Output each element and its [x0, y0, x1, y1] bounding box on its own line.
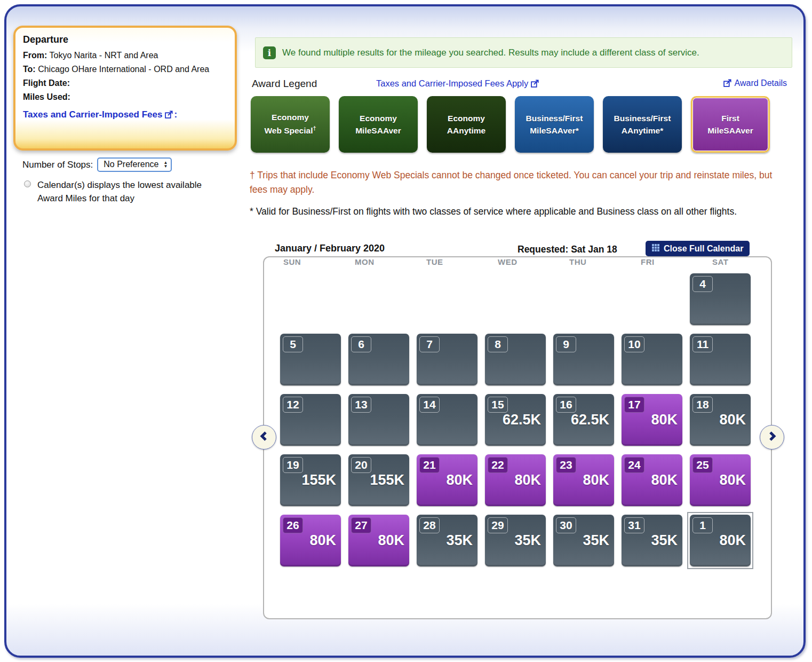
- calendar-day-jan-13[interactable]: 13: [348, 394, 409, 446]
- award-calendar-panel: SUN MON TUE WED THU FRI SAT 4 5 6 7: [263, 256, 772, 619]
- calendar-day-jan-6[interactable]: 6: [348, 334, 409, 385]
- calendar-grid-icon: [652, 244, 659, 254]
- chevron-left-icon: [259, 431, 269, 444]
- external-link-icon: [165, 111, 173, 121]
- day-price: 62.5K: [503, 412, 541, 428]
- to-line: To: Chicago OHare International - ORD an…: [23, 64, 227, 75]
- calendar-day-jan-12[interactable]: 12: [280, 394, 341, 446]
- day-number: 5: [283, 336, 303, 352]
- calendar-day-jan-9[interactable]: 9: [553, 334, 614, 385]
- weekday-wed: WED: [495, 257, 559, 266]
- award-legend-buttons: Economy Web Special† Economy MileSAAver …: [251, 96, 770, 153]
- fees-apply-link[interactable]: Taxes and Carrier-Imposed Fees Apply: [376, 78, 540, 90]
- day-number: 10: [624, 336, 644, 352]
- day-number: 17: [624, 397, 644, 413]
- page-frame: Departure From: Tokyo Narita - NRT and A…: [4, 4, 806, 658]
- calendar-day-jan-21[interactable]: 2180K: [417, 454, 477, 506]
- calendar-day-jan-31[interactable]: 3135K: [622, 515, 682, 566]
- day-price: 35K: [514, 532, 541, 549]
- calendar-day-jan-16[interactable]: 1662.5K: [553, 394, 614, 446]
- day-number: 30: [556, 517, 576, 533]
- to-value: Chicago OHare International - ORD and Ar…: [38, 65, 209, 74]
- calendar-day-jan-8[interactable]: 8: [485, 334, 546, 385]
- calendar-day-jan-14[interactable]: 14: [417, 394, 477, 446]
- close-full-calendar-button[interactable]: Close Full Calendar: [646, 241, 750, 256]
- day-number: 18: [692, 397, 713, 413]
- flight-date-label: Flight Date:: [23, 77, 227, 89]
- legend-business-first-aanytime-button[interactable]: Business/First AAnytime*: [603, 96, 682, 153]
- award-legend-header: Award Legend Taxes and Carrier-Imposed F…: [252, 77, 787, 92]
- from-value: Tokyo Narita - NRT and Area: [49, 51, 158, 60]
- banner-text: We found multiple results for the mileag…: [282, 48, 699, 58]
- stops-label: Number of Stops:: [22, 160, 93, 170]
- day-number: 26: [283, 517, 303, 533]
- day-number: 22: [488, 457, 508, 473]
- number-of-stops-row: Number of Stops: No Preference ▲ ▼: [22, 157, 172, 172]
- day-number: 4: [692, 276, 713, 292]
- calendar-day-jan-28[interactable]: 2835K: [417, 515, 477, 566]
- calendar-day-jan-15[interactable]: 1562.5K: [485, 394, 546, 446]
- calendar-day-jan-22[interactable]: 2280K: [485, 454, 546, 506]
- calendar-week-row: 19155K 20155K 2180K 2280K 2380K 2480K 25…: [280, 454, 751, 506]
- calendar-note-row: Calendar(s) displays the lowest availabl…: [24, 178, 205, 205]
- next-week-arrow-button[interactable]: [760, 425, 784, 450]
- previous-week-arrow-button[interactable]: [252, 425, 276, 450]
- day-number: 19: [283, 457, 303, 473]
- departure-title: Departure: [23, 34, 227, 45]
- award-details-link[interactable]: Award Details: [723, 78, 787, 89]
- day-number: 11: [692, 336, 713, 352]
- day-number: 1: [692, 517, 713, 533]
- day-price: 155K: [370, 472, 404, 488]
- legend-economy-aanytime-button[interactable]: Economy AAnytime: [427, 96, 506, 153]
- day-number: 6: [351, 336, 371, 352]
- calendar-day-jan-20[interactable]: 20155K: [348, 454, 409, 506]
- day-price: 80K: [378, 532, 404, 549]
- weekday-tue: TUE: [423, 257, 487, 266]
- day-number: 20: [351, 457, 371, 473]
- calendar-day-jan-27[interactable]: 2780K: [348, 515, 409, 566]
- day-number: 31: [624, 517, 644, 533]
- calendar-day-jan-29[interactable]: 2935K: [485, 515, 546, 566]
- calendar-week-row: 5 6 7 8 9 10 11: [280, 334, 751, 385]
- legend-economy-web-special-button[interactable]: Economy Web Special†: [251, 96, 330, 153]
- legend-first-milesaaver-button[interactable]: First MileSAAver: [691, 96, 770, 153]
- day-number: 16: [556, 397, 576, 413]
- day-number: 21: [419, 457, 440, 473]
- calendar-day-jan-11[interactable]: 11: [690, 334, 751, 385]
- day-number: 27: [351, 517, 371, 533]
- day-price: 155K: [301, 472, 336, 488]
- next-month-day-frame: 180K: [687, 512, 753, 569]
- calendar-day-jan-23[interactable]: 2380K: [553, 454, 614, 506]
- calendar-day-jan-30[interactable]: 3035K: [553, 515, 614, 566]
- stops-select[interactable]: No Preference ▲ ▼: [97, 157, 172, 172]
- external-link-icon: [531, 80, 539, 90]
- calendar-day-jan-4[interactable]: 4: [690, 273, 751, 325]
- calendar-day-jan-17[interactable]: 1780K: [622, 394, 682, 446]
- day-number: 14: [419, 397, 440, 413]
- stops-selected-value: No Preference: [104, 160, 158, 169]
- day-number: 12: [283, 397, 303, 413]
- calendar-day-jan-19[interactable]: 19155K: [280, 454, 341, 506]
- calendar-day-feb-1[interactable]: 180K: [690, 515, 751, 566]
- day-number: 25: [692, 457, 713, 473]
- day-number: 24: [624, 457, 644, 473]
- calendar-day-jan-24[interactable]: 2480K: [622, 454, 682, 506]
- calendar-note-radio[interactable]: [24, 180, 31, 187]
- from-line: From: Tokyo Narita - NRT and Area: [23, 50, 227, 61]
- day-number: 23: [556, 457, 576, 473]
- calendar-day-jan-5[interactable]: 5: [280, 334, 341, 385]
- legend-economy-milesaaver-button[interactable]: Economy MileSAAver: [339, 96, 418, 153]
- business-first-footnote: * Valid for Business/First on flights wi…: [250, 204, 802, 219]
- taxes-fees-link[interactable]: Taxes and Carrier-Imposed Fees:: [23, 109, 227, 121]
- calendar-day-jan-7[interactable]: 7: [417, 334, 477, 385]
- legend-business-first-milesaaver-button[interactable]: Business/First MileSAAver*: [515, 96, 594, 153]
- web-special-footnote: † Trips that include Economy Web Special…: [250, 168, 789, 197]
- calendar-day-jan-10[interactable]: 10: [622, 334, 682, 385]
- calendar-month-title: January / February 2020: [275, 243, 385, 254]
- calendar-day-jan-26[interactable]: 2680K: [280, 515, 341, 566]
- weekday-sat: SAT: [709, 257, 773, 266]
- calendar-day-jan-25[interactable]: 2580K: [690, 454, 751, 506]
- day-price: 80K: [719, 532, 746, 549]
- calendar-day-jan-18[interactable]: 1880K: [690, 394, 751, 446]
- day-price: 80K: [309, 532, 336, 549]
